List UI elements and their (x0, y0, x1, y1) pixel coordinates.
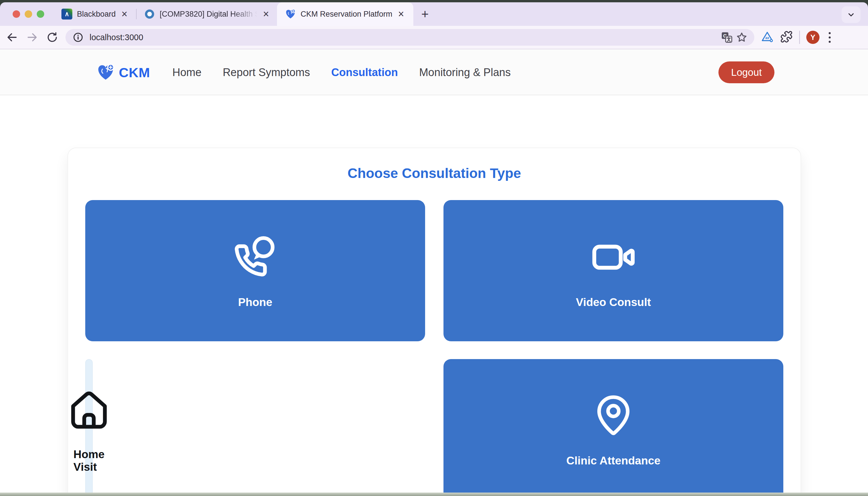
traffic-lights (13, 10, 44, 18)
browser-window: ∧ Blackboard × [COMP3820] Digital Health… (0, 0, 868, 496)
tab-strip: ∧ Blackboard × [COMP3820] Digital Health… (0, 2, 868, 26)
translate-icon: G (720, 31, 733, 44)
extensions-puzzle-icon (780, 30, 793, 43)
window-bottom-edge (0, 493, 868, 496)
url-text[interactable]: localhost:3000 (90, 33, 719, 42)
phone-chat-icon (231, 233, 280, 282)
consultation-panel: Choose Consultation Type Phone (67, 148, 801, 496)
tab-search-chevron-button[interactable] (841, 6, 861, 23)
ring-icon (144, 9, 155, 19)
browser-toolbar: localhost:3000 G ax (0, 26, 868, 49)
toolbar-separator (799, 31, 800, 44)
option-card-video-consult[interactable]: Video Consult (444, 200, 783, 341)
back-button[interactable] (4, 29, 20, 45)
chevron-down-icon (847, 10, 855, 19)
bookmark-button[interactable] (734, 30, 749, 45)
profile-avatar[interactable]: Y (806, 31, 820, 44)
option-card-phone[interactable]: Phone (85, 200, 425, 341)
home-icon (65, 386, 113, 434)
close-tab-icon[interactable]: × (120, 9, 128, 19)
close-tab-icon[interactable]: × (397, 9, 405, 19)
consultation-options-grid: Phone Video Consult Home Visit (85, 200, 783, 496)
translate-button[interactable]: G (719, 30, 734, 45)
svg-text:ax: ax (765, 36, 769, 40)
close-window-button[interactable] (13, 10, 20, 18)
tab-title: Blackboard (77, 10, 116, 19)
nav-link-monitoring-plans[interactable]: Monitoring & Plans (419, 66, 511, 79)
tab-blackboard[interactable]: ∧ Blackboard × (55, 2, 136, 26)
back-arrow-icon (6, 31, 18, 43)
logout-button[interactable]: Logout (718, 61, 774, 83)
ckm-kidney-icon (285, 9, 296, 19)
reload-icon (46, 32, 58, 43)
option-label: Clinic Attendance (566, 454, 661, 467)
nav-link-home[interactable]: Home (172, 66, 202, 79)
tab-title: [COMP3820] Digital Health S (159, 10, 257, 19)
browser-menu-button[interactable] (826, 32, 834, 43)
extensions-button[interactable] (780, 30, 793, 44)
tab-title: CKM Reservation Platform (300, 10, 392, 19)
option-card-clinic-attendance[interactable]: Clinic Attendance (444, 359, 783, 496)
close-tab-icon[interactable]: × (262, 9, 270, 19)
brand[interactable]: CKM (96, 63, 150, 81)
zoom-window-button[interactable] (37, 10, 44, 18)
site-navbar: CKM Home Report Symptoms Consultation Mo… (0, 50, 868, 95)
web-page: CKM Home Report Symptoms Consultation Mo… (0, 50, 868, 496)
axe-devtools-icon: ax (761, 30, 774, 43)
tab-ckm-active[interactable]: CKM Reservation Platform × (277, 2, 413, 26)
toolbar-right-cluster: ax Y (761, 30, 834, 45)
axe-devtools-extension-button[interactable]: ax (761, 30, 774, 45)
brand-name[interactable]: CKM (119, 65, 150, 80)
blackboard-icon: ∧ (61, 9, 72, 19)
minimize-window-button[interactable] (25, 10, 32, 18)
option-card-home-visit[interactable]: Home Visit (85, 359, 93, 496)
map-pin-icon (590, 392, 637, 440)
new-tab-button[interactable]: + (421, 7, 429, 21)
forward-arrow-icon (26, 31, 38, 43)
option-label: Video Consult (576, 296, 651, 309)
nav-link-consultation[interactable]: Consultation (331, 66, 398, 79)
option-label: Phone (238, 296, 272, 309)
nav-links: Home Report Symptoms Consultation Monito… (172, 66, 511, 79)
video-camera-icon (589, 233, 638, 282)
site-info-button[interactable] (71, 30, 86, 45)
ckm-kidney-logo-icon (96, 63, 115, 81)
forward-button[interactable] (24, 29, 40, 45)
reload-button[interactable] (44, 29, 60, 45)
tab-divider (136, 9, 137, 19)
bookmark-star-icon (736, 31, 748, 43)
info-icon (73, 32, 83, 43)
tab-comp3820[interactable]: [COMP3820] Digital Health S × (137, 2, 277, 26)
option-label: Home Visit (74, 448, 105, 473)
page-title: Choose Consultation Type (85, 165, 783, 181)
address-bar[interactable]: localhost:3000 G (65, 29, 754, 46)
nav-link-report-symptoms[interactable]: Report Symptoms (223, 66, 310, 79)
